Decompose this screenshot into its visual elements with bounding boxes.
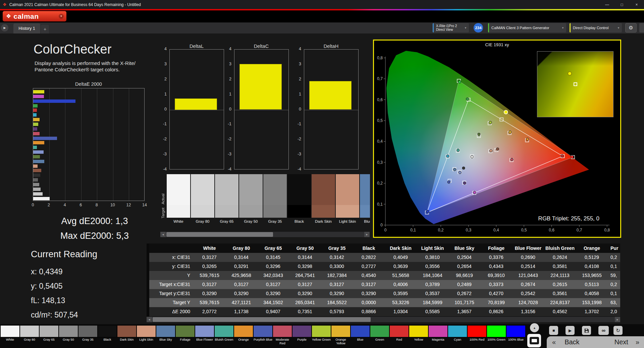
link-button[interactable]: ∞ [598,326,609,335]
restore-button[interactable]: □ [614,0,629,9]
palette-100-blue[interactable]: 100% Blue [506,325,526,345]
scroll-right-button[interactable]: ► [364,232,370,237]
palette-100-green[interactable]: 100% Green [487,325,506,345]
table-cell: 0,5793 [321,307,353,316]
svg-text:0,4: 0,4 [493,228,499,232]
scrollbar-thumb[interactable] [166,232,273,237]
palette-white[interactable]: White [0,325,20,345]
back-chevrons-icon[interactable]: « [552,338,556,346]
next-chevrons-icon[interactable]: » [636,338,639,346]
close-button[interactable]: × [629,0,644,9]
table-cell: 342,0343 [257,271,289,280]
swatch-light-skin: Light Skin [336,174,359,225]
table-cell: 0,3595 [385,289,417,298]
delta-axis-tick-label: -4 [222,167,231,171]
table-cell: 0,2615 [544,280,576,289]
palette-color [234,325,253,337]
palette-100-red[interactable]: 100% Red [467,325,487,345]
palette-gray-35[interactable]: Gray 35 [78,325,98,345]
table-scroll-left-button[interactable]: ◄ [147,317,152,322]
palette-green[interactable]: Green [370,325,389,345]
pattern-generator-dropdown[interactable]: CalMAN Client 3 Pattern Generator ▼ [488,23,566,32]
palette-dark-skin[interactable]: Dark Skin [117,325,137,345]
delta-axis-tick-label: -3 [292,152,301,156]
minimize-button[interactable]: — [600,0,614,9]
column-header-pur: Pur [608,243,620,253]
palette-gray-50[interactable]: Gray 50 [59,325,78,345]
table-cell: 0,2542 [512,289,544,298]
deltae-bar-gray-50 [33,183,39,186]
palette-light-skin[interactable]: Light Skin [137,325,156,345]
palette-orange-yellow[interactable]: Orange Yellow [331,325,351,345]
cie-measured-point [490,149,492,152]
refresh-button[interactable]: ↻ [613,326,623,335]
scrollbar-track[interactable] [166,232,364,237]
swatch-actual-color [312,174,335,205]
patch-preview-strip: WhiteGray 80Gray 65Gray 50Gray 35BlackDa… [167,174,370,225]
meter-count-badge[interactable]: 234 [474,23,483,32]
deltal-y-axis: 43210-1-2-3-4 [159,49,168,169]
save-button[interactable] [582,326,591,335]
swatch-gray-50: Gray 50 [239,174,263,225]
actual-row-label: Actual [161,179,165,204]
swatch-label: Gray 65 [215,219,238,223]
palette-label: Black [98,337,117,342]
palette-purple[interactable]: Purple [292,325,312,345]
palette-red[interactable]: Red [389,325,409,345]
meter-dropdown[interactable]: X-Rite i1Pro 2 Direct View ▼ [433,23,469,32]
palette-gray-80[interactable]: Gray 80 [20,325,39,345]
scroll-left-button[interactable]: ◄ [160,232,166,237]
deltae-gridline [97,88,97,201]
pattern-palette: WhiteGray 80Gray 65Gray 50Gray 35BlackDa… [0,325,526,345]
swatch-actual-color [263,174,287,205]
table-cell: 0,3290 [257,289,289,298]
patch-strip-scrollbar[interactable]: ◄ ► [160,232,370,237]
stop-button[interactable]: ■ [549,326,558,335]
tab-history-1[interactable]: History 1 [13,23,40,33]
calman-logo-button[interactable]: ❖ calman ▼ [3,11,66,21]
table-scrollbar-track[interactable] [152,317,615,322]
palette-magenta[interactable]: Magenta [428,325,448,345]
delta-axis-tick-label: 3 [157,62,167,66]
table-scroll-right-button[interactable]: ► [615,317,620,322]
pattern-window-button[interactable] [527,334,541,347]
collapse-panel-button[interactable]: ▲ [530,323,539,332]
palette-blue-flower[interactable]: Blue Flower [195,325,214,345]
palette-moderate-red[interactable]: Moderate Red [273,325,292,345]
add-tab-button[interactable]: + [41,25,49,33]
palette-blue[interactable]: Blue [351,325,370,345]
palette-yellow-green[interactable]: Yellow Green [312,325,331,345]
palette-orange[interactable]: Orange [234,325,253,345]
target-marker [574,82,577,86]
palette-bluish-green[interactable]: Bluish Green [214,325,234,345]
delta-axis-tick-label: 2 [292,77,301,81]
play-button[interactable]: ▶ [566,326,575,335]
table-cell: 1,0304 [385,307,417,316]
display-control-dropdown[interactable]: Direct Display Control ▼ [570,23,622,32]
page-description: Display analysis is performed with the X… [35,60,136,73]
palette-cyan[interactable]: Cyan [448,325,467,345]
back-button[interactable]: Back [565,338,579,346]
palette-foliage[interactable]: Foliage [175,325,195,345]
palette-purplish-blue[interactable]: Purplish Blue [253,325,273,345]
table-scrollbar-thumb[interactable] [153,317,371,322]
palette-label: Gray 35 [78,337,98,342]
deltae-bar-black [33,173,40,177]
delta-axis-tick-label: 4 [292,47,301,51]
table-scrollbar[interactable]: ◄ ► [147,317,620,322]
deltae-bar-blue-flower [33,150,44,154]
column-header-gray-35: Gray 35 [321,243,353,253]
palette-label: Cyan [448,337,467,342]
settings-gear-button[interactable]: ⚙ [625,23,637,32]
deltae-bar-gray-35 [33,178,38,182]
deltae-axis-tick-label: 10 [110,203,115,207]
tab-scroll-left-button[interactable]: ▶ [1,24,8,31]
palette-black[interactable]: Black [98,325,117,345]
palette-yellow[interactable]: Yellow [409,325,428,345]
deltal-chart-title: DeltaL [190,44,204,49]
palette-label: Red [389,337,409,342]
next-button[interactable]: Next [614,338,628,346]
swatch-gray-80: Gray 80 [191,174,214,225]
palette-blue-sky[interactable]: Blue Sky [156,325,175,345]
palette-gray-65[interactable]: Gray 65 [39,325,59,345]
